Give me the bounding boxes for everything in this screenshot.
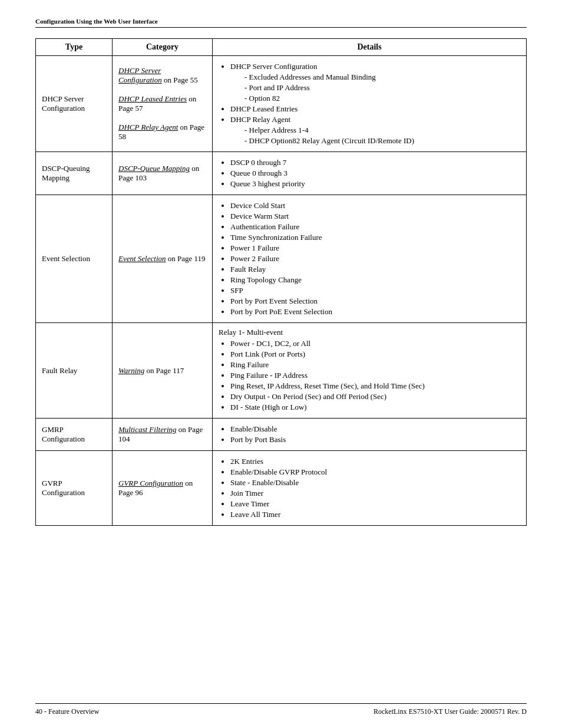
details-cell: Device Cold Start Device Warm Start Auth… [213, 195, 527, 323]
list-item: Port by Port PoE Event Selection [230, 307, 520, 317]
list-item: Leave Timer [230, 499, 520, 509]
main-table: Type Category Details DHCP ServerConfigu… [35, 38, 527, 526]
multicast-filtering-link[interactable]: Multicast Filtering [118, 425, 177, 434]
list-item: DHCP Relay Agent Helper Address 1-4 DHCP… [230, 115, 520, 146]
details-list: Enable/Disable Port by Port Basis [219, 424, 520, 444]
list-item: Ping Reset, IP Address, Reset Time (Sec)… [230, 381, 520, 391]
list-item: Queue 3 highest priority [230, 179, 520, 189]
list-item: Queue 0 through 3 [230, 169, 520, 178]
table-row: GMRPConfiguration Multicast Filtering on… [36, 419, 527, 451]
page-header: Configuration Using the Web User Interfa… [35, 18, 527, 28]
details-cell: DHCP Server Configuration Excluded Addre… [213, 56, 527, 152]
list-item: State - Enable/Disable [230, 478, 520, 487]
event-selection-link[interactable]: Event Selection [118, 254, 166, 263]
list-item: Leave All Timer [230, 510, 520, 519]
category-cell: Multicast Filtering on Page 104 [113, 419, 213, 451]
type-cell: Fault Relay [36, 323, 113, 419]
col-header-details: Details [213, 39, 527, 56]
list-item: Dry Output - On Period (Sec) and Off Per… [230, 392, 520, 401]
details-list: 2K Entries Enable/Disable GVRP Protocol … [219, 457, 520, 519]
list-item: Ring Topology Change [230, 275, 520, 285]
list-item: Power - DC1, DC2, or All [230, 339, 520, 348]
list-item: Device Warm Start [230, 212, 520, 221]
table-row: DSCP-QueuingMapping DSCP-Queue Mapping o… [36, 152, 527, 195]
category-cell: Warning on Page 117 [113, 323, 213, 419]
list-item: Fault Relay [230, 265, 520, 274]
list-item: SFP [230, 286, 520, 295]
details-cell: Relay 1- Multi-event Power - DC1, DC2, o… [213, 323, 527, 419]
list-item: Power 2 Failure [230, 254, 520, 263]
list-item: Time Synchronization Failure [230, 233, 520, 242]
table-row: GVRP Configuration GVRP Configuration on… [36, 451, 527, 526]
table-row: Fault Relay Warning on Page 117 Relay 1-… [36, 323, 527, 419]
list-item: Device Cold Start [230, 201, 520, 210]
type-cell: Event Selection [36, 195, 113, 323]
list-item: 2K Entries [230, 457, 520, 466]
list-item: Port by Port Basis [230, 435, 520, 444]
list-item: DHCP Server Configuration Excluded Addre… [230, 62, 520, 103]
relay1-label: Relay 1- Multi-event [219, 328, 520, 337]
dhcp-leased-entries-link[interactable]: DHCP Leased Entries [118, 94, 187, 103]
category-cell: DHCP Server Configuration on Page 55 DHC… [113, 56, 213, 152]
list-item: Ping Failure - IP Address [230, 371, 520, 380]
list-item: DSCP 0 through 7 [230, 158, 520, 167]
sub-list: Helper Address 1-4 DHCP Option82 Relay A… [230, 126, 520, 146]
type-cell: DSCP-QueuingMapping [36, 152, 113, 195]
page: Configuration Using the Web User Interfa… [0, 0, 562, 728]
warning-link[interactable]: Warning [118, 366, 144, 375]
col-header-category: Category [113, 39, 213, 56]
list-item: DHCP Option82 Relay Agent (Circuit ID/Re… [244, 136, 520, 146]
category-cell: Event Selection on Page 119 [113, 195, 213, 323]
details-list: Power - DC1, DC2, or All Port Link (Port… [219, 339, 520, 412]
type-cell: GMRPConfiguration [36, 419, 113, 451]
list-item: Ring Failure [230, 360, 520, 370]
details-cell: 2K Entries Enable/Disable GVRP Protocol … [213, 451, 527, 526]
list-item: DHCP Leased Entries [230, 104, 520, 114]
list-item: Helper Address 1-4 [244, 126, 520, 135]
list-item: Port by Port Event Selection [230, 297, 520, 306]
sub-list: Excluded Addresses and Manual Binding Po… [230, 73, 520, 103]
list-item: Authentication Failure [230, 222, 520, 232]
gvrp-configuration-link[interactable]: GVRP Configuration [118, 479, 183, 487]
footer-right: RocketLinx ES7510-XT User Guide: 2000571… [373, 707, 527, 716]
type-cell: GVRP Configuration [36, 451, 113, 526]
list-item: DI - State (High or Low) [230, 403, 520, 412]
type-cell: DHCP ServerConfiguration [36, 56, 113, 152]
col-header-type: Type [36, 39, 113, 56]
list-item: Power 1 Failure [230, 243, 520, 253]
list-item: Port and IP Address [244, 83, 520, 93]
footer-left: 40 - Feature Overview [35, 707, 99, 716]
page-footer: 40 - Feature Overview RocketLinx ES7510-… [35, 703, 527, 716]
list-item: Enable/Disable GVRP Protocol [230, 467, 520, 477]
dhcp-relay-agent-link[interactable]: DHCP Relay Agent [118, 123, 178, 131]
table-row: Event Selection Event Selection on Page … [36, 195, 527, 323]
list-item: Port Link (Port or Ports) [230, 350, 520, 359]
table-row: DHCP ServerConfiguration DHCP Server Con… [36, 56, 527, 152]
list-item: Option 82 [244, 94, 520, 103]
details-list: DHCP Server Configuration Excluded Addre… [219, 62, 520, 146]
list-item: Excluded Addresses and Manual Binding [244, 73, 520, 82]
details-cell: Enable/Disable Port by Port Basis [213, 419, 527, 451]
dscp-queue-mapping-link[interactable]: DSCP-Queue Mapping [118, 164, 190, 173]
dhcp-server-config-link[interactable]: DHCP Server Configuration [118, 66, 162, 84]
details-list: Device Cold Start Device Warm Start Auth… [219, 201, 520, 317]
details-list: DSCP 0 through 7 Queue 0 through 3 Queue… [219, 158, 520, 189]
header-title: Configuration Using the Web User Interfa… [35, 18, 158, 25]
list-item: Enable/Disable [230, 424, 520, 434]
category-cell: DSCP-Queue Mapping on Page 103 [113, 152, 213, 195]
list-item: Join Timer [230, 489, 520, 498]
category-cell: GVRP Configuration on Page 96 [113, 451, 213, 526]
details-cell: DSCP 0 through 7 Queue 0 through 3 Queue… [213, 152, 527, 195]
